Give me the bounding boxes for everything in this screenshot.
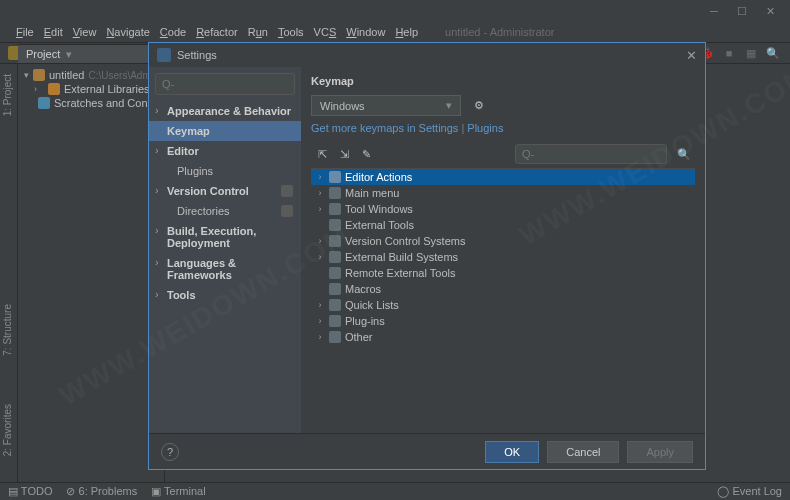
- settings-category-tools[interactable]: Tools: [149, 285, 301, 305]
- status-eventlog[interactable]: ◯ Event Log: [717, 485, 782, 498]
- folder-icon: [329, 331, 341, 343]
- edit-icon[interactable]: ✎: [355, 144, 377, 164]
- dialog-title: Settings: [177, 49, 217, 61]
- tab-favorites[interactable]: 2: Favorites: [0, 398, 15, 462]
- action-row[interactable]: ›Other: [311, 329, 695, 345]
- find-by-shortcut-icon[interactable]: 🔍: [673, 144, 695, 164]
- folder-icon: [38, 97, 50, 109]
- menu-refactor[interactable]: Refactor: [191, 24, 243, 40]
- scheme-value: Windows: [320, 100, 365, 112]
- project-tree[interactable]: ▾untitled C:\Users\Administrato›External…: [18, 64, 164, 114]
- folder-icon: [329, 235, 341, 247]
- keymap-scheme-select[interactable]: Windows ▾: [311, 95, 461, 116]
- settings-content: Keymap Windows ▾ ⚙ Get more keymaps in S…: [301, 67, 705, 433]
- collapse-all-icon[interactable]: ⇲: [333, 144, 355, 164]
- left-tool-stripe: 1: Project 7: Structure 2: Favorites: [0, 64, 18, 482]
- folder-icon: [329, 203, 341, 215]
- settings-category-appearance-behavior[interactable]: Appearance & Behavior: [149, 101, 301, 121]
- apply-button[interactable]: Apply: [627, 441, 693, 463]
- chevron-down-icon: ▾: [446, 99, 452, 112]
- action-row[interactable]: Macros: [311, 281, 695, 297]
- menu-view[interactable]: View: [68, 24, 102, 40]
- folder-icon: [329, 171, 341, 183]
- action-row[interactable]: External Tools: [311, 217, 695, 233]
- dialog-close-button[interactable]: ✕: [686, 48, 697, 63]
- tab-structure[interactable]: 7: Structure: [0, 298, 15, 362]
- page-heading: Keymap: [311, 75, 695, 87]
- menu-navigate[interactable]: Navigate: [101, 24, 154, 40]
- window-close-button[interactable]: ✕: [756, 2, 784, 20]
- menu-run[interactable]: Run: [243, 24, 273, 40]
- window-maximize-button[interactable]: ☐: [728, 2, 756, 20]
- chevron-down-icon[interactable]: ▾: [66, 48, 72, 61]
- menu-vcs[interactable]: VCS: [309, 24, 342, 40]
- settings-category-languages-frameworks[interactable]: Languages & Frameworks: [149, 253, 301, 285]
- menu-help[interactable]: Help: [390, 24, 423, 40]
- status-todo[interactable]: ▤ TODO: [8, 485, 52, 498]
- settings-dialog: Settings ✕ Q- Appearance & BehaviorKeyma…: [148, 42, 706, 470]
- folder-icon: [329, 187, 341, 199]
- folder-icon: [33, 69, 45, 81]
- tab-project[interactable]: 1: Project: [0, 68, 15, 122]
- settings-category-editor[interactable]: Editor: [149, 141, 301, 161]
- action-row[interactable]: ›Editor Actions: [311, 169, 695, 185]
- project-pane-title: Project: [26, 48, 60, 60]
- ok-button[interactable]: OK: [485, 441, 539, 463]
- status-terminal[interactable]: ▣ Terminal: [151, 485, 205, 498]
- folder-icon: [329, 299, 341, 311]
- folder-icon: [329, 251, 341, 263]
- status-problems[interactable]: ⊘ 6: Problems: [66, 485, 137, 498]
- search-placeholder: Q-: [162, 78, 174, 90]
- layout-icon[interactable]: ▦: [742, 44, 760, 62]
- settings-category-keymap[interactable]: Keymap: [149, 121, 301, 141]
- folder-icon: [329, 219, 341, 231]
- settings-categories: Q- Appearance & BehaviorKeymapEditorPlug…: [149, 67, 301, 433]
- project-pane-header[interactable]: Project ▾: [18, 44, 164, 64]
- action-row[interactable]: ›External Build Systems: [311, 249, 695, 265]
- actions-toolbar: ⇱ ⇲ ✎ Q- 🔍: [311, 144, 695, 164]
- project-tree-row[interactable]: Scratches and Consoles: [22, 96, 160, 110]
- window-subtitle: untitled - Administrator: [440, 24, 559, 40]
- settings-category-version-control[interactable]: Version Control: [149, 181, 301, 201]
- action-row[interactable]: ›Version Control Systems: [311, 233, 695, 249]
- settings-category-build-execution-deployment[interactable]: Build, Execution, Deployment: [149, 221, 301, 253]
- settings-category-directories[interactable]: Directories: [149, 201, 301, 221]
- actions-tree[interactable]: ›Editor Actions›Main menu›Tool WindowsEx…: [311, 168, 695, 425]
- badge-icon: [281, 205, 293, 217]
- window-titlebar: ─ ☐ ✕: [0, 0, 790, 22]
- actions-search-input[interactable]: Q-: [515, 144, 667, 164]
- action-row[interactable]: ›Main menu: [311, 185, 695, 201]
- folder-icon: [329, 267, 341, 279]
- settings-search-input[interactable]: Q-: [155, 73, 295, 95]
- menu-edit[interactable]: Edit: [39, 24, 68, 40]
- help-button[interactable]: ?: [161, 443, 179, 461]
- menu-tools[interactable]: Tools: [273, 24, 309, 40]
- action-row[interactable]: ›Tool Windows: [311, 201, 695, 217]
- window-minimize-button[interactable]: ─: [700, 2, 728, 20]
- status-bar: ▤ TODO ⊘ 6: Problems ▣ Terminal ◯ Event …: [0, 482, 790, 500]
- menu-code[interactable]: Code: [155, 24, 191, 40]
- project-tree-row[interactable]: ›External Libraries: [22, 82, 160, 96]
- search-everywhere-icon[interactable]: 🔍: [764, 44, 782, 62]
- folder-icon: [329, 283, 341, 295]
- menu-file[interactable]: File: [11, 24, 39, 40]
- expand-all-icon[interactable]: ⇱: [311, 144, 333, 164]
- dialog-footer: ? OK Cancel Apply: [149, 433, 705, 469]
- action-row[interactable]: ›Quick Lists: [311, 297, 695, 313]
- badge-icon: [281, 185, 293, 197]
- cancel-button[interactable]: Cancel: [547, 441, 619, 463]
- settings-icon: [157, 48, 171, 62]
- stop-icon[interactable]: ■: [720, 44, 738, 62]
- folder-icon: [48, 83, 60, 95]
- menu-window[interactable]: Window: [341, 24, 390, 40]
- dialog-titlebar[interactable]: Settings ✕: [149, 43, 705, 67]
- project-tool-window: Project ▾ ▾untitled C:\Users\Administrat…: [18, 44, 165, 482]
- project-tree-row[interactable]: ▾untitled C:\Users\Administrato: [22, 68, 160, 82]
- gear-icon[interactable]: ⚙: [469, 96, 489, 116]
- action-row[interactable]: Remote External Tools: [311, 265, 695, 281]
- folder-icon: [329, 315, 341, 327]
- more-keymaps-link[interactable]: Get more keymaps in Settings | Plugins: [311, 122, 695, 134]
- action-row[interactable]: ›Plug-ins: [311, 313, 695, 329]
- settings-category-plugins[interactable]: Plugins: [149, 161, 301, 181]
- main-menubar: FileEditViewNavigateCodeRefactorRunTools…: [0, 22, 790, 42]
